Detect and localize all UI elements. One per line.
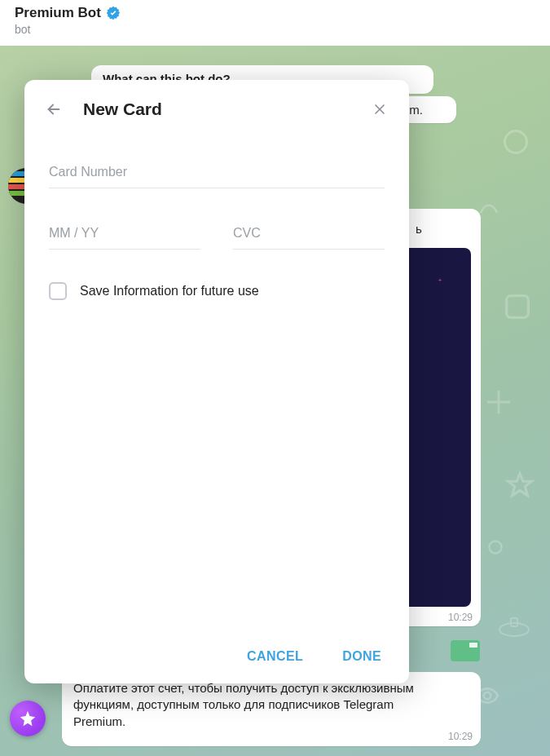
doodle-icon [485, 388, 513, 419]
card-chip-icon [469, 643, 477, 648]
svg-point-3 [499, 623, 529, 636]
svg-point-5 [484, 692, 491, 700]
doodle-icon [504, 470, 535, 504]
new-card-modal: New Card Save Information for future use… [24, 80, 409, 683]
chat-header: Premium Bot bot [0, 0, 550, 46]
save-info-checkbox[interactable] [49, 282, 67, 300]
sparkle-icon [437, 272, 447, 282]
chat-subtitle: bot [15, 23, 535, 36]
doodle-icon [483, 535, 508, 563]
invoice-partial-text: ь [416, 222, 422, 236]
pay-card-button[interactable] [451, 640, 480, 661]
svg-rect-4 [511, 618, 517, 626]
modal-header: New Card [24, 80, 409, 129]
doodle-icon [501, 127, 530, 160]
card-number-input[interactable] [49, 153, 385, 188]
cvc-input[interactable] [233, 214, 385, 250]
close-icon[interactable] [368, 98, 391, 121]
modal-footer: CANCEL DONE [24, 634, 409, 683]
chat-title[interactable]: Premium Bot [15, 5, 101, 21]
cancel-button[interactable]: CANCEL [247, 649, 303, 664]
svg-rect-1 [507, 296, 529, 318]
doodle-icon [501, 290, 534, 326]
message-time: 10:29 [448, 730, 473, 743]
modal-body: Save Information for future use [24, 129, 409, 634]
svg-point-2 [490, 542, 502, 554]
verified-badge-icon [106, 6, 121, 20]
modal-title: New Card [83, 99, 350, 119]
message-time: 10:29 [448, 612, 473, 623]
expiry-input[interactable] [49, 214, 200, 250]
doodle-icon [498, 617, 530, 641]
premium-star-button[interactable] [10, 701, 46, 736]
save-info-label[interactable]: Save Information for future use [80, 284, 259, 298]
done-button[interactable]: DONE [342, 649, 381, 664]
svg-point-0 [505, 131, 527, 153]
invoice-description-text: Оплатите этот счет, чтобы получить досту… [73, 681, 414, 728]
star-icon [19, 710, 37, 727]
back-arrow-icon[interactable] [42, 98, 65, 121]
